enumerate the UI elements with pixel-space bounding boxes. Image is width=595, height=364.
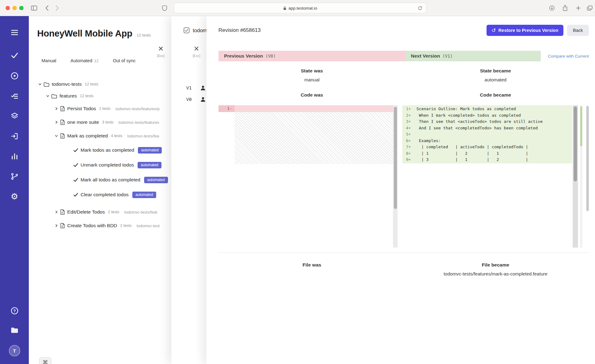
settings-gear-icon[interactable]: ⚙ (0, 193, 29, 201)
chevron-right-icon[interactable] (55, 224, 58, 227)
restore-button-label: Restore to Previous Version (498, 28, 558, 33)
tab-overview-icon[interactable] (587, 6, 593, 11)
added-lines: 1+Scenario Outline: Mark todos as comple… (402, 105, 572, 163)
layers-icon[interactable] (0, 112, 29, 120)
new-tab-icon[interactable] (576, 6, 581, 11)
next-version-label: Next Version (411, 53, 440, 59)
file-icon (60, 133, 65, 139)
status-badge: automated (138, 147, 162, 154)
status-badge: automated (132, 192, 156, 198)
close-icon: ✕ (154, 45, 168, 53)
scrollbar-thumb[interactable] (574, 106, 577, 181)
suite-count: 3 tests (102, 120, 114, 124)
line-gutter: 3+ (402, 119, 416, 125)
code-became-scrollbar[interactable] (573, 105, 578, 248)
line-text: Then I see that <activeTodo> todos are s… (416, 119, 543, 125)
revision-header: Revision #658613 ↺ Restore to Previous V… (218, 24, 589, 37)
menu-icon[interactable] (0, 28, 29, 37)
drawer-scrollbar-thumb[interactable] (586, 106, 589, 211)
code-was-scrollbar[interactable] (393, 105, 398, 248)
previous-version-header: Previous Version (V0) (218, 51, 405, 61)
folder-count: 12 tests (80, 94, 94, 98)
status-badge: automated (144, 177, 168, 183)
restore-icon: ↺ (491, 27, 496, 34)
chevron-down-icon[interactable] (46, 94, 50, 98)
close-test-drawer-button[interactable]: ✕ [Esc] (154, 45, 168, 58)
user-icon (200, 96, 206, 102)
suite-count: 4 tests (111, 134, 122, 138)
chevron-down-icon[interactable] (55, 134, 58, 137)
suite-path: todomvc-tests/features/p (116, 106, 160, 111)
file-icon (60, 119, 65, 125)
scrollbar-thumb[interactable] (394, 107, 397, 209)
chevron-right-icon[interactable] (55, 210, 58, 214)
added-line: 4+ And I see that <completedTodo> has be… (402, 125, 572, 132)
test-label: Mark todos as completed (81, 147, 134, 153)
reload-icon[interactable] (418, 6, 422, 11)
zoom-window-button[interactable] (19, 6, 24, 10)
added-line: 3+ Then I see that <activeTodo> todos ar… (402, 119, 572, 125)
lock-icon (283, 6, 286, 10)
tab-manual[interactable]: Manual (42, 58, 56, 63)
suite-label: Create Todos with BDD (67, 223, 117, 228)
suite-label: Edit/Delete Todos (67, 209, 105, 215)
line-gutter: 8+ (402, 150, 416, 157)
command-shortcut-button[interactable]: ⌘ (39, 357, 51, 364)
state-was-label: State was (218, 68, 405, 74)
downloads-icon[interactable] (549, 5, 555, 11)
test-plans-icon[interactable] (0, 92, 29, 100)
minimize-window-button[interactable] (12, 6, 17, 10)
added-line: 2+ When I mark <completed> todos as comp… (402, 112, 572, 119)
revision-item[interactable]: V1 (186, 82, 206, 93)
line-gutter: 7+ (402, 144, 416, 150)
forward-button-icon[interactable] (55, 5, 59, 11)
line-text: When I mark <completed> todos as complet… (416, 112, 521, 119)
sidebar-toggle-icon[interactable] (31, 6, 37, 11)
project-tests-count: 12 tests (137, 33, 151, 37)
back-button[interactable]: Back (567, 25, 589, 36)
diff-column-headers: Previous Version (V0) Next Version (V1) … (218, 51, 589, 61)
close-diff-drawer-button[interactable]: ✕ [Esc] (190, 45, 203, 58)
help-icon[interactable]: ? (0, 307, 29, 315)
address-bar[interactable]: app.testomat.io (174, 3, 426, 13)
back-button-icon[interactable] (45, 5, 49, 11)
line-text: | 1 | 2 | 1 | (416, 150, 528, 157)
suite-count: 1 tests (99, 106, 111, 111)
line-text: Examples: (416, 138, 441, 144)
page-title: HoneyWell Mobile App (37, 28, 132, 39)
tab-out-of-sync[interactable]: Out of sync (113, 58, 135, 63)
file-became-label: File became (402, 262, 589, 268)
close-window-button[interactable] (6, 6, 10, 10)
state-became-label: State became (402, 68, 589, 74)
compare-with-current-link[interactable]: Compare with Current (548, 54, 589, 58)
import-icon[interactable] (0, 132, 29, 140)
line-gutter: 1+ (402, 106, 416, 112)
privacy-shield-icon[interactable] (162, 5, 167, 11)
projects-folder-icon[interactable] (0, 327, 29, 334)
diff-overview-ruler (580, 105, 582, 248)
chevron-right-icon[interactable] (55, 121, 58, 124)
share-icon[interactable] (562, 5, 568, 11)
branch-icon[interactable] (0, 172, 29, 180)
user-avatar[interactable]: T (0, 345, 29, 356)
previous-version-label: Previous Version (224, 53, 263, 59)
revision-item[interactable]: V0 (186, 93, 206, 105)
suite-count: 2 tests (108, 210, 119, 214)
chevron-right-icon[interactable] (55, 107, 58, 110)
revision-version: V0 (186, 97, 196, 102)
state-became-value: automated (402, 77, 589, 82)
check-icon (73, 178, 78, 182)
suite-path: todomvc-tests/features (118, 120, 159, 125)
restore-previous-version-button[interactable]: ↺ Restore to Previous Version (487, 25, 563, 36)
tab-automated[interactable]: Automated 12 (71, 58, 99, 63)
tests-icon[interactable] (0, 51, 29, 59)
analytics-icon[interactable] (0, 152, 29, 160)
folder-count: 12 tests (85, 82, 98, 86)
chevron-down-icon[interactable] (38, 83, 42, 86)
checkbox-icon (183, 27, 190, 33)
runs-icon[interactable] (0, 72, 29, 80)
state-was-value: manual (218, 77, 405, 82)
revision-diff-drawer: Revision #658613 ↺ Restore to Previous V… (206, 16, 595, 364)
folder-label: todomvc-tests (52, 81, 82, 87)
test-label: Clear completed todos (81, 192, 129, 197)
